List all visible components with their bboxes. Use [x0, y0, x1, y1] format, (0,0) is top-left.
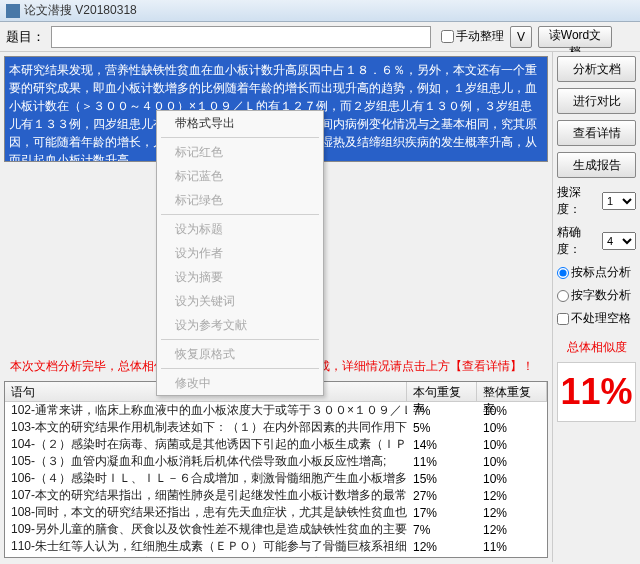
depth-label: 搜深度：	[557, 184, 602, 218]
cell-rate-sentence: 7%	[407, 523, 477, 537]
cell-sentence: 110-朱士红等人认为，红细胞生成素（ＥＰＯ）可能参与了骨髓巨核系祖细胞增殖和分…	[5, 538, 407, 555]
cell-rate-overall: 12%	[477, 523, 547, 537]
cell-rate-sentence: 12%	[407, 540, 477, 554]
menu-sep	[161, 368, 319, 369]
subject-input[interactable]	[51, 26, 431, 48]
table-row[interactable]: 106-（４）感染时ＩＬ、ＩＬ－６合成增加，刺激骨髓细胞产生血小板增多【４】。1…	[5, 470, 547, 487]
col-rate-sentence: 本句重复率	[407, 382, 477, 401]
cell-rate-sentence: 33%	[407, 557, 477, 558]
table-row[interactable]: 108-同时，本文的研究结果还指出，患有先天血症状，尤其是缺铁性贫血也是造成血小…	[5, 504, 547, 521]
by-punct-radio[interactable]: 按标点分析	[557, 264, 636, 281]
cell-rate-overall: 12%	[477, 489, 547, 503]
menu-sep	[161, 137, 319, 138]
cell-rate-overall: 10%	[477, 438, 547, 452]
table-row[interactable]: 111-本研究结果发现，营养性缺铁性贫血在血小板计数升高原因中占１８．６％，另外…	[5, 555, 547, 557]
cell-rate-overall: 11%	[477, 540, 547, 554]
read-word-button[interactable]: 读Word文档	[538, 26, 612, 48]
by-word-input[interactable]	[557, 290, 569, 302]
cell-rate-overall: 13%	[477, 557, 547, 558]
cell-sentence: 105-（３）血管内凝血和血小板消耗后机体代偿导致血小板反应性增高;	[5, 453, 407, 470]
cell-sentence: 107-本文的研究结果指出，细菌性肺炎是引起继发性血小板计数增多的最常见因素，考…	[5, 487, 407, 504]
depth-select[interactable]: 1	[602, 192, 636, 210]
report-button[interactable]: 生成报告	[557, 152, 636, 178]
context-menu: 带格式导出 标记红色 标记蓝色 标记绿色 设为标题 设为作者 设为摘要 设为关键…	[156, 110, 324, 396]
cell-rate-sentence: 11%	[407, 455, 477, 469]
menu-as-ref[interactable]: 设为参考文献	[157, 313, 323, 337]
topbar: 题目： 手动整理 V 读Word文档	[0, 22, 640, 52]
cell-sentence: 111-本研究结果发现，营养性缺铁性贫血在血小板计数升高原因中占１８．６％，另外…	[5, 555, 407, 557]
manual-organize-checkbox[interactable]: 手动整理	[441, 28, 504, 45]
by-punct-label: 按标点分析	[571, 264, 631, 281]
menu-as-abstract[interactable]: 设为摘要	[157, 265, 323, 289]
cell-sentence: 103-本文的研究结果作用机制表述如下：（１）在内外部因素的共同作用下，体内的目…	[5, 419, 407, 436]
cell-rate-sentence: 5%	[407, 421, 477, 435]
v-button[interactable]: V	[510, 26, 532, 48]
manual-organize-label: 手动整理	[456, 28, 504, 45]
cell-rate-overall: 10%	[477, 472, 547, 486]
cell-sentence: 109-另外儿童的膳食、厌食以及饮食性差不规律也是造成缺铁性贫血的主要诱因。	[5, 521, 407, 538]
subject-label: 题目：	[6, 28, 45, 46]
cell-rate-sentence: 27%	[407, 489, 477, 503]
cell-rate-sentence: 15%	[407, 472, 477, 486]
menu-sep	[161, 214, 319, 215]
cell-sentence: 106-（４）感染时ＩＬ、ＩＬ－６合成增加，刺激骨髓细胞产生血小板增多【４】。	[5, 470, 407, 487]
titlebar: 论文潜搜 V20180318	[0, 0, 640, 22]
menu-as-author[interactable]: 设为作者	[157, 241, 323, 265]
table-row[interactable]: 110-朱士红等人认为，红细胞生成素（ＥＰＯ）可能参与了骨髓巨核系祖细胞增殖和分…	[5, 538, 547, 555]
table-row[interactable]: 109-另外儿童的膳食、厌食以及饮食性差不规律也是造成缺铁性贫血的主要诱因。7%…	[5, 521, 547, 538]
no-space-input[interactable]	[557, 313, 569, 325]
table-row[interactable]: 107-本文的研究结果指出，细菌性肺炎是引起继发性血小板计数增多的最常见因素，考…	[5, 487, 547, 504]
analyze-button[interactable]: 分析文档	[557, 56, 636, 82]
depth-row: 搜深度： 1	[557, 184, 636, 218]
window-title: 论文潜搜 V20180318	[24, 2, 137, 19]
overall-label: 总体相似度	[557, 339, 636, 356]
sidebar: 分析文档 进行对比 查看详情 生成报告 搜深度： 1 精确度： 4 按标点分析 …	[552, 52, 640, 562]
menu-sep	[161, 339, 319, 340]
menu-mark-red[interactable]: 标记红色	[157, 140, 323, 164]
menu-as-keyword[interactable]: 设为关键词	[157, 289, 323, 313]
cell-rate-overall: 12%	[477, 506, 547, 520]
cell-rate-sentence: 14%	[407, 438, 477, 452]
cell-sentence: 104-（２）感染时在病毒、病菌或是其他诱因下引起的血小板生成素（ＩＰＯ）的含量…	[5, 436, 407, 453]
cell-rate-overall: 10%	[477, 421, 547, 435]
by-punct-input[interactable]	[557, 267, 569, 279]
table-row[interactable]: 105-（３）血管内凝血和血小板消耗后机体代偿导致血小板反应性增高;11%10%	[5, 453, 547, 470]
cell-rate-sentence: 17%	[407, 506, 477, 520]
cell-sentence: 108-同时，本文的研究结果还指出，患有先天血症状，尤其是缺铁性贫血也是造成血小…	[5, 504, 407, 521]
table-row[interactable]: 102-通常来讲，临床上称血液中的血小板浓度大于或等于３００×１０９／Ｌ的情况称…	[5, 402, 547, 419]
cell-sentence: 102-通常来讲，临床上称血液中的血小板浓度大于或等于３００×１０９／Ｌ的情况称…	[5, 402, 407, 419]
table-row[interactable]: 104-（２）感染时在病毒、病菌或是其他诱因下引起的血小板生成素（ＩＰＯ）的含量…	[5, 436, 547, 453]
table-body: 102-通常来讲，临床上称血液中的血小板浓度大于或等于３００×１０９／Ｌ的情况称…	[5, 402, 547, 557]
cell-rate-sentence: 7%	[407, 404, 477, 418]
menu-as-title[interactable]: 设为标题	[157, 217, 323, 241]
compare-button[interactable]: 进行对比	[557, 88, 636, 114]
details-button[interactable]: 查看详情	[557, 120, 636, 146]
no-space-label: 不处理空格	[571, 310, 631, 327]
app-icon	[6, 4, 20, 18]
manual-organize-input[interactable]	[441, 30, 454, 43]
menu-modifying[interactable]: 修改中	[157, 371, 323, 395]
menu-mark-green[interactable]: 标记绿色	[157, 188, 323, 212]
table-row[interactable]: 103-本文的研究结果作用机制表述如下：（１）在内外部因素的共同作用下，体内的目…	[5, 419, 547, 436]
col-rate-overall: 整体重复率	[477, 382, 547, 401]
by-word-label: 按字数分析	[571, 287, 631, 304]
menu-mark-blue[interactable]: 标记蓝色	[157, 164, 323, 188]
results-table: 语句 本句重复率 整体重复率 102-通常来讲，临床上称血液中的血小板浓度大于或…	[4, 381, 548, 558]
cell-rate-overall: 10%	[477, 404, 547, 418]
precision-row: 精确度： 4	[557, 224, 636, 258]
no-space-checkbox[interactable]: 不处理空格	[557, 310, 636, 327]
menu-export[interactable]: 带格式导出	[157, 111, 323, 135]
cell-rate-overall: 10%	[477, 455, 547, 469]
by-word-radio[interactable]: 按字数分析	[557, 287, 636, 304]
precision-select[interactable]: 4	[602, 232, 636, 250]
menu-restore[interactable]: 恢复原格式	[157, 342, 323, 366]
precision-label: 精确度：	[557, 224, 602, 258]
overall-value: 11%	[557, 362, 636, 422]
